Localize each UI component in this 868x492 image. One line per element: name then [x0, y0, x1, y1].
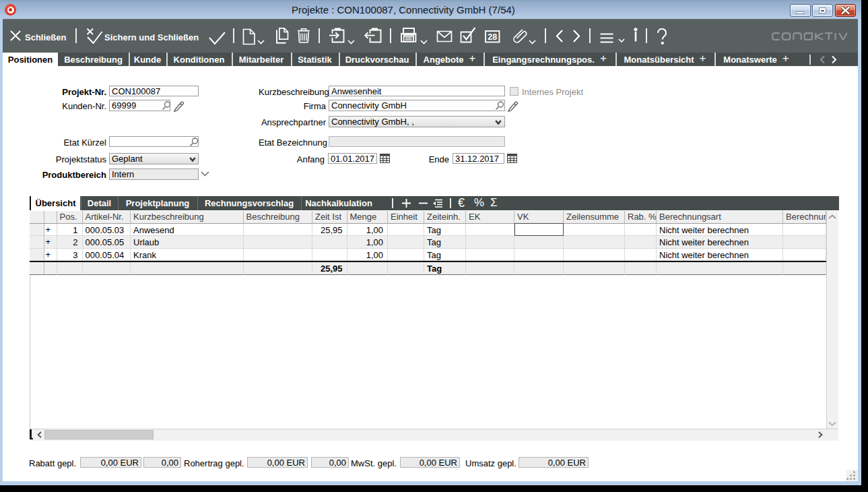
svg-text:28: 28: [488, 32, 497, 42]
